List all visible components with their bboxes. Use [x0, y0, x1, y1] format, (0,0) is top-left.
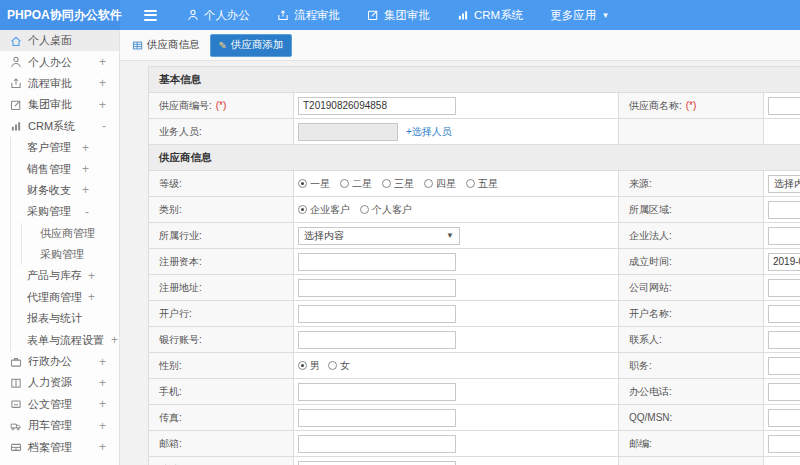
field-label: 开户名称:: [629, 308, 672, 319]
radio-option[interactable]: 二星: [340, 177, 372, 191]
staff-input[interactable]: [298, 123, 398, 141]
email-input[interactable]: [298, 435, 456, 453]
collapse-toggle[interactable]: -: [85, 205, 89, 219]
office-phone-input[interactable]: [768, 383, 800, 401]
hamburger-icon[interactable]: [144, 7, 157, 23]
qq-msn-input[interactable]: [768, 409, 800, 427]
registered-capital-input[interactable]: [298, 253, 456, 271]
expand-toggle[interactable]: +: [99, 98, 106, 112]
sidebar-item-label: 报表与统计: [27, 311, 82, 326]
zip-input[interactable]: [768, 435, 800, 453]
sidebar-item-label: 档案管理: [28, 440, 72, 455]
expand-toggle[interactable]: +: [99, 397, 106, 411]
website-input[interactable]: [768, 279, 800, 297]
sidebar-item-agent-mgmt[interactable]: 代理商管理 +: [11, 287, 119, 308]
radio-option[interactable]: 三星: [382, 177, 414, 191]
caret-down-icon: ▾: [603, 10, 608, 20]
choose-staff-link[interactable]: +选择人员: [406, 126, 452, 137]
sidebar-item-customer-mgmt[interactable]: 客户管理 +: [11, 137, 119, 158]
sidebar-item-label: 行政办公: [28, 354, 72, 369]
account-name-input[interactable]: [768, 305, 800, 323]
fax-input[interactable]: [298, 409, 456, 427]
industry-select[interactable]: 选择内容▼: [298, 227, 460, 245]
radio-option[interactable]: 女: [328, 359, 350, 373]
nav-label: 个人办公: [204, 8, 250, 23]
expand-toggle[interactable]: +: [99, 355, 106, 369]
mobile-input[interactable]: [298, 383, 456, 401]
position-input[interactable]: [768, 357, 800, 375]
required-mark: (*): [686, 100, 697, 111]
form-row: 业务人员: +选择人员: [149, 119, 800, 145]
sidebar-item-form-flow-settings[interactable]: 表单与流程设置 +: [11, 329, 119, 350]
radio-option[interactable]: 男: [298, 359, 320, 373]
nav-workflow-approval[interactable]: 流程审批: [277, 8, 340, 23]
expand-toggle[interactable]: +: [88, 269, 95, 283]
sidebar-item-product-inventory[interactable]: 产品与库存 +: [11, 265, 119, 286]
address-input[interactable]: [298, 461, 456, 465]
tab-label: 供应商添加: [231, 38, 284, 52]
field-label: 传真:: [159, 412, 182, 423]
tab-supplier-info[interactable]: 供应商信息: [132, 38, 200, 52]
field-label: 等级:: [159, 178, 182, 189]
sidebar-item-reports-stats[interactable]: 报表与统计: [11, 308, 119, 329]
field-label: 类别:: [159, 204, 182, 215]
registered-address-input[interactable]: [298, 279, 456, 297]
sidebar-item-purchasing[interactable]: 采购管理: [22, 244, 119, 265]
founded-date-input[interactable]: [768, 253, 800, 271]
nav-crm-system[interactable]: CRM系统: [457, 8, 523, 23]
expand-toggle[interactable]: +: [82, 183, 89, 197]
sidebar-item-purchase-mgmt[interactable]: 采购管理 -: [11, 201, 119, 222]
nav-group-approval[interactable]: 集团审批: [367, 8, 430, 23]
radio-option[interactable]: 五星: [466, 177, 498, 191]
supplier-name-input[interactable]: [768, 97, 800, 115]
form-row: 传真: QQ/MSN:: [149, 405, 800, 431]
sidebar-item-label: 集团审批: [28, 97, 72, 112]
radio-label: 一星: [310, 177, 330, 191]
supplier-no-input[interactable]: [298, 97, 456, 115]
nav-more-apps[interactable]: 更多应用 ▾: [550, 8, 608, 23]
sidebar-item-crm-system[interactable]: CRM系统 -: [0, 116, 119, 137]
tab-supplier-add[interactable]: ✎ 供应商添加: [210, 34, 293, 57]
legal-person-input[interactable]: [768, 227, 800, 245]
nav-personal-office[interactable]: 个人办公: [187, 8, 250, 23]
expand-toggle[interactable]: +: [99, 376, 106, 390]
field-label: 性别:: [159, 360, 182, 371]
field-label: 银行账号:: [159, 334, 202, 345]
expand-toggle[interactable]: +: [88, 290, 95, 304]
expand-toggle[interactable]: +: [99, 440, 106, 454]
sidebar-item-personal-office[interactable]: 个人办公 +: [0, 51, 119, 72]
sidebar-item-administration[interactable]: 行政办公 +: [0, 351, 119, 372]
sidebar-item-sales-mgmt[interactable]: 销售管理 +: [11, 158, 119, 179]
sidebar-item-finance[interactable]: 财务收支 +: [11, 180, 119, 201]
collapse-toggle[interactable]: -: [102, 119, 106, 133]
field-label: 注册地址:: [159, 282, 202, 293]
source-select[interactable]: 选择内容▼: [768, 175, 800, 193]
level-radio-group: 一星 二星 三星 四星 五星: [298, 177, 618, 191]
sidebar-item-group-approval[interactable]: 集团审批 +: [0, 94, 119, 115]
region-input[interactable]: [768, 201, 800, 219]
sidebar-item-official-docs[interactable]: 公文管理 +: [0, 394, 119, 415]
sidebar-item-human-resources[interactable]: 人力资源 +: [0, 372, 119, 393]
sidebar-item-personal-desktop[interactable]: 个人桌面: [0, 30, 119, 51]
sidebar-item-archive-mgmt[interactable]: 档案管理 +: [0, 436, 119, 457]
expand-toggle[interactable]: +: [111, 333, 118, 347]
radio-option[interactable]: 企业客户: [298, 203, 350, 217]
bank-account-input[interactable]: [298, 331, 456, 349]
expand-toggle[interactable]: +: [99, 76, 106, 90]
edit-pencil-icon: ✎: [219, 40, 227, 51]
sidebar-item-supplier-mgmt[interactable]: 供应商管理: [22, 223, 119, 244]
sidebar-item-workflow-approval[interactable]: 流程审批 +: [0, 73, 119, 94]
expand-toggle[interactable]: +: [99, 55, 106, 69]
radio-option[interactable]: 一星: [298, 177, 330, 191]
expand-toggle[interactable]: +: [99, 419, 106, 433]
radio-option[interactable]: 个人客户: [360, 203, 412, 217]
expand-toggle[interactable]: +: [82, 162, 89, 176]
expand-toggle[interactable]: +: [82, 141, 89, 155]
chart-icon: [457, 9, 469, 21]
sidebar-item-label: 流程审批: [28, 76, 72, 91]
contact-person-input[interactable]: [768, 331, 800, 349]
sidebar-item-vehicle-mgmt[interactable]: 用车管理 +: [0, 415, 119, 436]
field-label: 办公电话:: [629, 386, 672, 397]
bank-branch-input[interactable]: [298, 305, 456, 323]
radio-option[interactable]: 四星: [424, 177, 456, 191]
